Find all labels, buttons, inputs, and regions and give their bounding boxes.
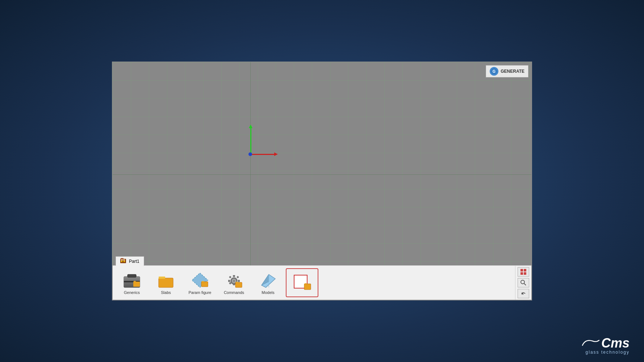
- models-icon: [259, 271, 277, 290]
- tool-generics[interactable]: Generics: [116, 268, 148, 297]
- tool-models[interactable]: Models: [252, 268, 284, 297]
- vertical-guide-line: [250, 62, 251, 265]
- commands-label: Commands: [224, 290, 244, 295]
- part-tab[interactable]: Part1: [116, 256, 144, 266]
- svg-rect-10: [127, 274, 136, 277]
- svg-line-39: [524, 283, 526, 285]
- generics-label: Generics: [124, 290, 140, 295]
- svg-rect-4: [121, 259, 123, 261]
- y-axis-arrow: [250, 127, 251, 155]
- outer-background: G GENERATE: [0, 0, 644, 362]
- svg-rect-23: [238, 280, 240, 282]
- svg-point-7: [124, 261, 125, 262]
- svg-rect-21: [233, 283, 235, 285]
- svg-rect-24: [229, 276, 231, 278]
- cms-swoosh-icon: [582, 338, 600, 348]
- param-figure-label: Param figure: [189, 290, 212, 295]
- svg-rect-34: [520, 269, 523, 272]
- svg-rect-14: [159, 277, 165, 279]
- back-button[interactable]: [518, 289, 529, 298]
- commands-icon: [225, 271, 243, 290]
- search-button[interactable]: [518, 278, 529, 287]
- svg-rect-16: [201, 282, 208, 287]
- svg-point-38: [521, 280, 524, 284]
- tool-commands[interactable]: Commands: [218, 268, 250, 297]
- tool-param-figure[interactable]: Param figure: [184, 268, 216, 297]
- generate-button[interactable]: G GENERATE: [486, 65, 528, 77]
- svg-rect-36: [520, 272, 523, 275]
- slabs-label: Slabs: [161, 290, 171, 295]
- origin-dot: [248, 152, 252, 156]
- param-figure-icon: [191, 271, 209, 290]
- bottom-toolbar: Part1: [113, 265, 531, 300]
- generate-icon: G: [490, 67, 498, 76]
- svg-point-19: [233, 280, 235, 282]
- toolbar-items: Generics Slabs: [113, 266, 515, 300]
- svg-rect-5: [123, 259, 125, 261]
- right-button-group: [515, 266, 531, 300]
- last-item-icon: [293, 273, 311, 292]
- svg-rect-25: [237, 276, 239, 278]
- part-tab-icon: [120, 258, 127, 264]
- tool-slabs[interactable]: Slabs: [150, 268, 182, 297]
- svg-rect-12: [133, 282, 140, 287]
- svg-rect-20: [233, 275, 235, 277]
- view-switch-button[interactable]: [518, 267, 529, 277]
- cms-logo: Cms glass technology: [582, 337, 630, 355]
- svg-rect-35: [524, 269, 526, 272]
- horizontal-guide-line: [113, 174, 531, 175]
- generate-label: GENERATE: [501, 69, 524, 74]
- x-axis-arrow: [250, 154, 275, 155]
- part-tab-label: Part1: [129, 259, 139, 264]
- canvas-area[interactable]: G GENERATE: [113, 62, 531, 265]
- svg-rect-37: [524, 272, 526, 275]
- models-label: Models: [262, 290, 274, 295]
- svg-rect-13: [159, 278, 173, 287]
- generics-icon: [122, 271, 141, 290]
- cms-subtitle-text: glass technology: [586, 350, 630, 355]
- svg-text:G: G: [493, 70, 495, 73]
- slabs-icon: [156, 271, 175, 290]
- svg-rect-28: [235, 282, 242, 287]
- svg-rect-33: [304, 284, 311, 290]
- svg-rect-22: [228, 280, 230, 282]
- tool-last-item[interactable]: [286, 268, 318, 297]
- cms-brand-text: Cms: [601, 337, 630, 350]
- svg-point-6: [121, 261, 122, 262]
- app-window: G GENERATE: [112, 62, 532, 300]
